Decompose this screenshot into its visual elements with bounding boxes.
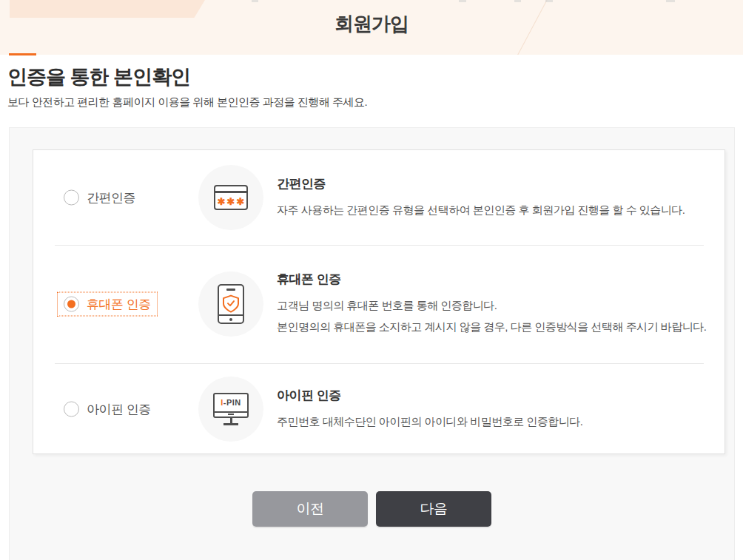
section-description: 보다 안전하고 편리한 홈페이지 이용을 위해 본인인증 과정을 진행해 주세요…	[7, 95, 367, 109]
ipin-monitor-icon: I-PIN	[213, 393, 249, 425]
banner-decor-mark	[252, 0, 258, 2]
card-asterisks: ✱✱✱	[215, 195, 246, 209]
card-password-icon: ✱✱✱	[214, 185, 248, 210]
verification-panel: 간편인증 ✱✱✱ 간편인증 자주 사용하는 간편인증 유형을 선택하여 본인인증…	[9, 127, 735, 560]
banner-decor-mark	[514, 0, 521, 2]
banner-decor-mark	[545, 0, 553, 2]
monitor-stand	[230, 418, 232, 423]
card-stripe	[215, 191, 246, 193]
banner-decor-mark	[459, 0, 466, 2]
option-text: 간편인증 자주 사용하는 간편인증 유형을 선택하여 본인인증 후 회원가입 진…	[277, 175, 713, 220]
phone-shield-icon	[218, 284, 244, 324]
shield-check-icon	[222, 294, 240, 314]
phone-home-button	[229, 318, 232, 321]
prev-button[interactable]: 이전	[252, 491, 368, 527]
ipin-label: I-PIN	[221, 398, 241, 407]
radio-circle[interactable]	[64, 297, 79, 312]
option-icon-circle	[198, 271, 263, 337]
radio-circle[interactable]	[64, 190, 79, 206]
monitor-button	[228, 414, 234, 415]
radio-label[interactable]: 휴대폰 인증	[87, 296, 151, 313]
phone-bezel	[219, 314, 243, 323]
signup-page: 회원가입 인증을 통한 본인확인 보다 안전하고 편리한 홈페이지 이용을 위해…	[0, 0, 743, 560]
option-row-phone-auth: 휴대폰 인증 휴대폰 인증	[33, 245, 724, 363]
auth-options-box: 간편인증 ✱✱✱ 간편인증 자주 사용하는 간편인증 유형을 선택하여 본인인증…	[33, 149, 725, 454]
section-heading: 인증을 통한 본인확인	[7, 64, 190, 90]
option-description: 자주 사용하는 간편인증 유형을 선택하여 본인인증 후 회원가입 진행을 할 …	[277, 199, 713, 220]
page-banner: 회원가입	[0, 0, 743, 55]
option-row-ipin-auth: 아이핀 인증 I-PIN	[33, 363, 724, 454]
monitor-bezel	[215, 411, 247, 416]
accent-bar	[9, 53, 36, 55]
radio-label[interactable]: 간편인증	[87, 189, 135, 206]
monitor-screen: I-PIN	[213, 393, 249, 418]
next-button[interactable]: 다음	[376, 491, 491, 527]
option-icon-circle: ✱✱✱	[198, 165, 263, 230]
option-row-simple-auth: 간편인증 ✱✱✱ 간편인증 자주 사용하는 간편인증 유형을 선택하여 본인인증…	[33, 150, 724, 245]
radio-circle[interactable]	[64, 401, 79, 416]
page-title: 회원가입	[0, 11, 743, 37]
phone-speaker	[226, 289, 235, 291]
radio-simple-auth[interactable]: 간편인증	[58, 186, 141, 209]
button-row: 이전 다음	[10, 491, 734, 527]
option-text: 휴대폰 인증 고객님 명의의 휴대폰 번호를 통해 인증합니다. 본인명의의 휴…	[277, 271, 713, 337]
option-text: 아이핀 인증 주민번호 대체수단인 아이핀의 아이디와 비밀번호로 인증합니다.	[277, 386, 713, 431]
radio-label[interactable]: 아이핀 인증	[87, 400, 151, 417]
option-title: 아이핀 인증	[277, 386, 713, 403]
option-title: 휴대폰 인증	[277, 271, 713, 288]
banner-decor-mark	[666, 0, 675, 2]
option-icon-circle: I-PIN	[198, 377, 263, 442]
monitor-base	[223, 423, 238, 425]
option-description-2: 본인명의의 휴대폰을 소지하고 계시지 않을 경우, 다른 인증방식을 선택해 …	[277, 316, 713, 337]
option-description: 주민번호 대체수단인 아이핀의 아이디와 비밀번호로 인증합니다.	[277, 410, 713, 431]
option-description: 고객님 명의의 휴대폰 번호를 통해 인증합니다.	[277, 294, 713, 316]
option-title: 간편인증	[277, 175, 713, 192]
radio-phone-auth[interactable]: 휴대폰 인증	[58, 293, 157, 316]
radio-ipin-auth[interactable]: 아이핀 인증	[58, 397, 157, 420]
